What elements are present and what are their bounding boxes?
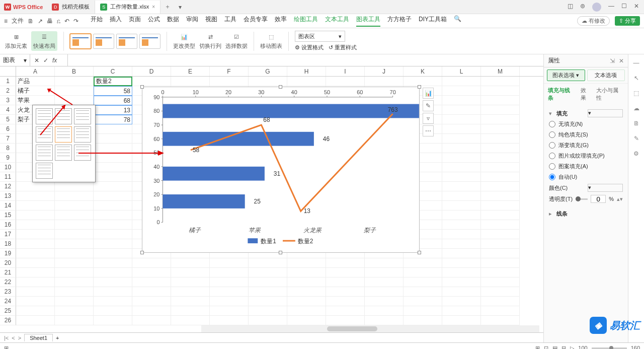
view-page-icon[interactable]: ⊡ xyxy=(544,345,548,350)
cell[interactable] xyxy=(55,277,94,287)
window-min-icon[interactable]: — xyxy=(608,3,614,12)
cell[interactable] xyxy=(326,268,365,277)
cell[interactable] xyxy=(249,297,287,306)
cell[interactable] xyxy=(442,287,481,297)
cell[interactable] xyxy=(171,316,210,325)
cell[interactable] xyxy=(16,191,55,201)
cell[interactable] xyxy=(16,277,55,287)
cell[interactable] xyxy=(55,306,94,316)
row-header[interactable]: 9 xyxy=(0,153,16,163)
cell[interactable] xyxy=(55,316,94,325)
select-all-corner[interactable] xyxy=(0,66,16,76)
col-header[interactable]: E xyxy=(171,66,210,76)
cell[interactable] xyxy=(481,153,520,163)
cell[interactable] xyxy=(365,316,404,325)
rail-collapse-icon[interactable]: — xyxy=(633,59,639,66)
col-header[interactable]: K xyxy=(404,66,442,76)
cell[interactable] xyxy=(210,287,249,297)
cell[interactable] xyxy=(55,191,94,201)
cell[interactable] xyxy=(442,268,481,277)
cell[interactable] xyxy=(171,297,210,306)
row-header[interactable]: 4 xyxy=(0,105,16,115)
cell[interactable] xyxy=(481,211,520,220)
select-data-button[interactable]: ☑选择数据 xyxy=(225,32,248,50)
cell[interactable]: 78 xyxy=(94,115,132,124)
cell[interactable] xyxy=(55,182,94,191)
cell[interactable]: 58 xyxy=(94,86,132,96)
chart-style-thumb[interactable] xyxy=(93,34,114,49)
cell[interactable] xyxy=(132,287,171,297)
chart-filter-icon[interactable]: ▿ xyxy=(423,113,434,124)
cell[interactable] xyxy=(94,191,132,201)
switch-rc-button[interactable]: ⇄切换行列 xyxy=(199,32,221,50)
props-pin-icon[interactable]: ⇲ xyxy=(610,57,615,64)
tab-workbook[interactable]: S 工作簿数量.xlsx × xyxy=(95,1,160,14)
transparency-input[interactable] xyxy=(591,195,606,203)
row-header[interactable]: 6 xyxy=(0,124,16,134)
cell[interactable] xyxy=(55,77,94,86)
col-header[interactable]: B xyxy=(55,66,94,76)
cell[interactable]: 68 xyxy=(94,96,132,105)
col-header[interactable]: L xyxy=(442,66,481,76)
menu-insert[interactable]: 插入 xyxy=(110,15,122,27)
tab-text-options[interactable]: 文本选项 xyxy=(587,69,625,81)
cell[interactable] xyxy=(94,287,132,297)
cell[interactable] xyxy=(16,258,55,268)
sheet-add-icon[interactable]: + xyxy=(56,335,59,341)
cell[interactable] xyxy=(442,239,481,249)
menu-icon[interactable]: ≡ xyxy=(4,18,8,25)
cell[interactable] xyxy=(481,124,520,134)
row-header[interactable]: 16 xyxy=(0,220,16,230)
cell[interactable] xyxy=(442,230,481,239)
fx-ok[interactable]: ✓ xyxy=(43,57,48,64)
rail-tools-icon[interactable]: ✎ xyxy=(634,135,639,142)
cell[interactable] xyxy=(481,134,520,144)
row-header[interactable]: 8 xyxy=(0,144,16,153)
cell[interactable] xyxy=(481,115,520,124)
cell[interactable] xyxy=(171,268,210,277)
cell[interactable] xyxy=(442,77,481,86)
cell[interactable] xyxy=(442,96,481,105)
cell[interactable] xyxy=(171,306,210,316)
play-icon[interactable]: ▷ xyxy=(570,345,574,350)
col-header[interactable]: F xyxy=(210,66,249,76)
fill-pattern-radio[interactable] xyxy=(549,163,555,170)
cell[interactable] xyxy=(132,297,171,306)
cell[interactable] xyxy=(16,287,55,297)
cell[interactable] xyxy=(210,258,249,268)
cell[interactable] xyxy=(55,239,94,249)
row-header[interactable]: 18 xyxy=(0,239,16,249)
row-header[interactable]: 11 xyxy=(0,172,16,182)
preview-icon[interactable]: ⎌ xyxy=(57,18,60,25)
view-normal-icon[interactable]: ⊞ xyxy=(535,345,540,350)
view-read-icon[interactable]: ⊟ xyxy=(561,345,566,350)
view-break-icon[interactable]: ▤ xyxy=(552,345,557,350)
row-header[interactable]: 24 xyxy=(0,297,16,306)
cell[interactable] xyxy=(171,258,210,268)
menu-view[interactable]: 视图 xyxy=(205,15,217,27)
cell[interactable] xyxy=(442,144,481,153)
cell[interactable] xyxy=(287,277,326,287)
cell[interactable] xyxy=(404,77,442,86)
cell[interactable] xyxy=(94,220,132,230)
row-header[interactable]: 20 xyxy=(0,258,16,268)
cell[interactable] xyxy=(442,124,481,134)
cell[interactable] xyxy=(326,77,365,86)
cell[interactable] xyxy=(481,182,520,191)
cell[interactable] xyxy=(365,258,404,268)
cell[interactable] xyxy=(481,268,520,277)
cell[interactable] xyxy=(94,316,132,325)
cell[interactable] xyxy=(481,258,520,268)
row-header[interactable]: 25 xyxy=(0,306,16,316)
zoom-value[interactable]: 100 xyxy=(578,345,587,349)
cell[interactable] xyxy=(326,258,365,268)
cell[interactable]: 13 xyxy=(94,105,132,115)
cell[interactable] xyxy=(132,268,171,277)
zoom-slider[interactable] xyxy=(592,347,627,349)
row-header[interactable]: 7 xyxy=(0,134,16,144)
chart-style-thumb[interactable] xyxy=(116,34,137,49)
cell[interactable] xyxy=(16,182,55,191)
new-icon[interactable]: 🗎 xyxy=(28,18,34,25)
file-menu[interactable]: 文件 xyxy=(12,17,24,25)
share-button[interactable]: ⇧ 分享 xyxy=(615,16,640,26)
